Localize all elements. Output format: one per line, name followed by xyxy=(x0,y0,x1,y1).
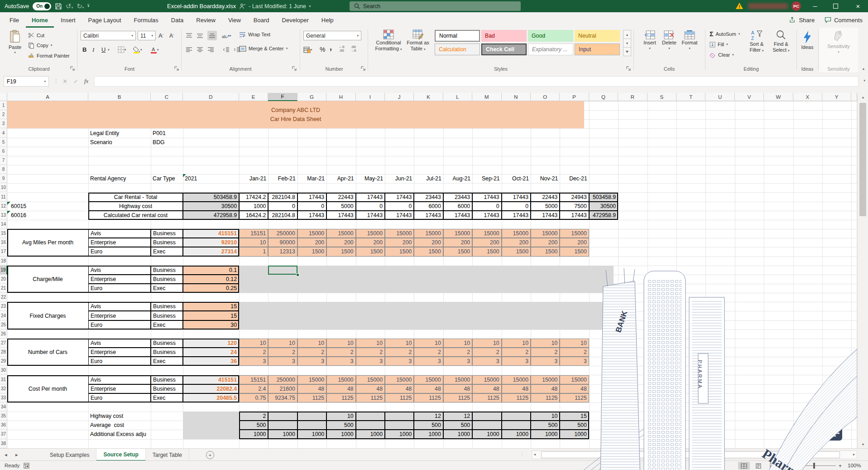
cell-G12[interactable]: 0 xyxy=(297,202,326,211)
cell-E35[interactable]: 2 xyxy=(239,412,268,421)
row-header-26[interactable]: 26 xyxy=(0,329,7,339)
cell-B35[interactable]: Highway cost xyxy=(88,412,179,421)
cell-P33[interactable]: 1125 xyxy=(560,393,589,402)
autosave-toggle[interactable]: On xyxy=(33,2,51,10)
cell-M11[interactable]: 17443 xyxy=(472,193,501,202)
styles-more[interactable]: ▼ xyxy=(623,47,631,56)
cell-N15[interactable]: 15000 xyxy=(502,229,531,238)
cell-P31[interactable]: 15000 xyxy=(560,375,589,384)
align-left-button[interactable] xyxy=(186,45,192,54)
new-sheet-button[interactable]: + xyxy=(206,451,214,459)
cell-B15[interactable]: Avis xyxy=(88,229,151,238)
cell-K17[interactable]: 1500 xyxy=(414,247,443,256)
cell-B16[interactable]: Enterprise xyxy=(88,238,151,247)
cell-E13[interactable]: 16424.2 xyxy=(239,211,268,220)
cell-O16[interactable]: 200 xyxy=(531,238,560,247)
select-all-corner[interactable] xyxy=(0,93,7,101)
cell-G28[interactable]: 2 xyxy=(297,348,326,357)
cell-E15[interactable]: 15151 xyxy=(239,229,268,238)
cell-K33[interactable]: 1125 xyxy=(414,393,443,402)
row-header-23[interactable]: 23 xyxy=(0,302,7,311)
cell-N37[interactable]: 1000 xyxy=(502,430,531,439)
cell-K16[interactable]: 200 xyxy=(414,238,443,247)
row-header-22[interactable]: 22 xyxy=(0,293,7,302)
cell-N16[interactable]: 200 xyxy=(502,238,531,247)
cell-O32[interactable]: 48 xyxy=(531,384,560,393)
cell-F36[interactable] xyxy=(268,421,297,430)
cell-B31[interactable]: Avis xyxy=(88,375,151,384)
cell-L16[interactable]: 200 xyxy=(443,238,472,247)
row-header-24[interactable]: 24 xyxy=(0,311,7,320)
column-header-L[interactable]: L xyxy=(443,93,472,101)
cell-D23[interactable]: 15 xyxy=(183,302,239,311)
cell-J35[interactable] xyxy=(385,412,414,421)
row-header-19[interactable]: 19 xyxy=(0,266,7,275)
cell-N31[interactable]: 15000 xyxy=(502,375,531,384)
cell-J16[interactable]: 200 xyxy=(385,238,414,247)
cell-H9[interactable]: Apr-21 xyxy=(326,174,355,183)
cell-O15[interactable]: 15000 xyxy=(531,229,560,238)
cell-N29[interactable]: 3 xyxy=(502,357,531,366)
cell-G13[interactable]: 17443 xyxy=(297,211,326,220)
cell-C17[interactable]: Exec xyxy=(151,247,183,256)
cell-I37[interactable]: 1000 xyxy=(356,430,385,439)
cell-K27[interactable]: 10 xyxy=(414,339,443,348)
cell-D24[interactable]: 15 xyxy=(183,311,239,320)
column-header-I[interactable]: I xyxy=(356,93,385,101)
row-header-7[interactable]: 7 xyxy=(0,156,7,165)
sheet-nav-prev-icon[interactable]: ◂ xyxy=(5,449,7,461)
cell-C20[interactable]: Business xyxy=(151,275,183,284)
row-header-8[interactable]: 8 xyxy=(0,165,7,174)
customize-toolbar-icon[interactable]: ▾ xyxy=(87,4,89,8)
tab-developer[interactable]: Developer xyxy=(276,12,315,28)
row-header-32[interactable]: 32 xyxy=(0,384,7,393)
section-label-avg-miles-per-month[interactable]: Avg Miles Per month xyxy=(7,229,88,256)
tab-scroll-divider[interactable]: ⁞ xyxy=(522,452,523,457)
cell-J36[interactable] xyxy=(385,421,414,430)
cell-B13[interactable]: Calculated Car rental cost xyxy=(88,211,183,220)
comma-style-button[interactable]: , xyxy=(330,43,332,52)
cell-D16[interactable]: 92010 xyxy=(183,238,239,247)
column-header-O[interactable]: O xyxy=(531,93,560,101)
cut-button[interactable]: Cut xyxy=(28,31,44,40)
vertical-scrollbar[interactable]: ▲ ▼ xyxy=(857,93,868,448)
cell-E31[interactable]: 15151 xyxy=(239,375,268,384)
cell-M31[interactable]: 15000 xyxy=(472,375,501,384)
cell-K28[interactable]: 2 xyxy=(414,348,443,357)
row-header-31[interactable]: 31 xyxy=(0,375,7,384)
cell-M15[interactable]: 15000 xyxy=(472,229,501,238)
cell-O37[interactable]: 1000 xyxy=(531,430,560,439)
cell-I32[interactable]: 48 xyxy=(356,384,385,393)
cell-C29[interactable]: Exec xyxy=(151,357,183,366)
cell-P28[interactable]: 2 xyxy=(560,348,589,357)
zoom-slider-track[interactable] xyxy=(794,465,836,466)
cell-P32[interactable]: 48 xyxy=(560,384,589,393)
cell-M16[interactable]: 200 xyxy=(472,238,501,247)
redo-icon[interactable]: ↻▾ xyxy=(77,2,84,10)
cell-P13[interactable]: 17443 xyxy=(560,211,589,220)
cell-O36[interactable]: 500 xyxy=(531,421,560,430)
cell-N12[interactable]: 0 xyxy=(502,202,531,211)
cell-L13[interactable]: 17443 xyxy=(443,211,472,220)
cell-J29[interactable]: 3 xyxy=(385,357,414,366)
cell-B27[interactable]: Avis xyxy=(88,339,151,348)
underline-button[interactable]: U xyxy=(101,45,106,54)
format-painter-button[interactable]: Format Painter xyxy=(28,51,70,60)
cell-I36[interactable] xyxy=(356,421,385,430)
row-header-5[interactable]: 5 xyxy=(0,138,7,147)
cell-F17[interactable]: 12313 xyxy=(268,247,297,256)
cell-H15[interactable]: 15000 xyxy=(326,229,355,238)
column-header-V[interactable]: V xyxy=(735,93,764,101)
cell-H17[interactable]: 1500 xyxy=(326,247,355,256)
cell-F33[interactable]: 9234.75 xyxy=(268,393,297,402)
tab-formulas[interactable]: Formulas xyxy=(128,12,164,28)
cell-O28[interactable]: 2 xyxy=(531,348,560,357)
cell-I35[interactable] xyxy=(356,412,385,421)
cell-P17[interactable]: 1500 xyxy=(560,247,589,256)
row-header-20[interactable]: 20 xyxy=(0,275,7,284)
zoom-slider-thumb[interactable] xyxy=(813,463,815,469)
cell-L33[interactable]: 1125 xyxy=(443,393,472,402)
row-header-15[interactable]: 15 xyxy=(0,229,7,238)
cell-H36[interactable]: 500 xyxy=(326,421,355,430)
cell-N32[interactable]: 48 xyxy=(502,384,531,393)
